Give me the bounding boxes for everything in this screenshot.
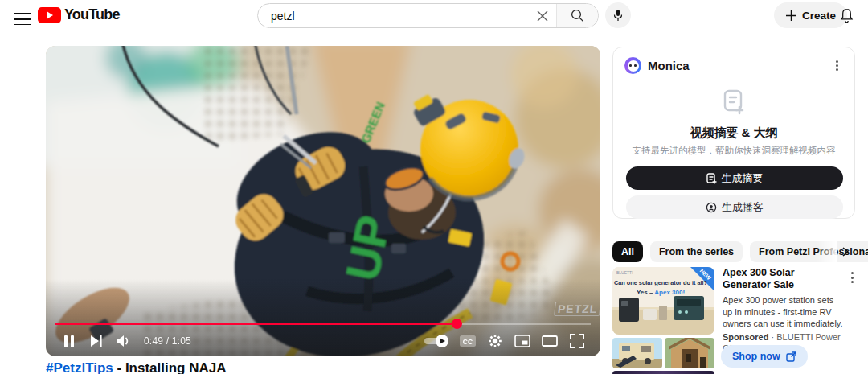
theater-button[interactable] xyxy=(536,329,563,353)
ad-thumbnail-cabin[interactable] xyxy=(665,338,714,368)
next-icon xyxy=(90,335,103,347)
progress-bar[interactable] xyxy=(55,323,591,325)
monica-menu-icon[interactable] xyxy=(829,58,845,74)
fullscreen-button[interactable] xyxy=(563,329,591,353)
ad-headline-prefix: Yes – xyxy=(637,289,654,296)
sponsored-label: Sponsored xyxy=(723,332,768,342)
progress-scrubber[interactable] xyxy=(452,319,462,329)
chip-all[interactable]: All xyxy=(612,241,643,262)
video-player[interactable]: GREEN UP xyxy=(46,46,600,356)
menu-icon[interactable] xyxy=(14,9,31,22)
monica-title: Monica xyxy=(648,59,690,72)
generate-summary-button[interactable]: 生成摘要 xyxy=(626,166,843,190)
summary-doc-icon xyxy=(722,89,746,115)
search-bar xyxy=(257,3,599,28)
monica-subtitle: 支持最先进的模型，帮助你快速洞察理解视频内容 xyxy=(621,145,846,157)
settings-button[interactable] xyxy=(481,329,509,353)
fullscreen-icon xyxy=(570,334,584,348)
shop-now-button[interactable]: Shop now xyxy=(721,345,808,368)
clear-search-icon[interactable] xyxy=(529,4,556,27)
youtube-logo[interactable]: YouTube xyxy=(38,6,120,23)
autoplay-toggle[interactable] xyxy=(419,329,454,353)
ad-menu-icon[interactable] xyxy=(844,269,860,286)
autoplay-icon xyxy=(423,334,450,348)
bell-icon xyxy=(838,7,855,24)
external-link-icon xyxy=(786,351,796,362)
gear-icon xyxy=(488,334,502,348)
ad-brand-watermark: BLUETTI xyxy=(616,270,633,275)
cc-icon: CC xyxy=(459,335,477,347)
volume-button[interactable] xyxy=(110,329,137,353)
pause-icon xyxy=(64,335,74,347)
youtube-play-icon xyxy=(38,7,61,23)
shop-now-label: Shop now xyxy=(732,351,780,362)
generate-podcast-label: 生成播客 xyxy=(722,200,764,215)
doc-icon xyxy=(706,173,717,184)
dot-separator: · xyxy=(772,332,775,342)
player-controls: 0:49 / 1:05 CC xyxy=(55,329,591,353)
search-button[interactable] xyxy=(556,4,598,27)
chevron-right-icon xyxy=(841,247,850,257)
subtitles-button[interactable]: CC xyxy=(454,329,481,353)
theater-icon xyxy=(542,335,558,347)
voice-search-button[interactable] xyxy=(605,2,631,28)
create-label: Create xyxy=(802,10,836,22)
video-title: #PetzlTips - Installing NAJA xyxy=(46,360,227,374)
miniplayer-icon xyxy=(514,335,530,347)
chips-next-button[interactable] xyxy=(837,244,854,260)
progress-played xyxy=(55,323,457,325)
ad-description: Apex 300 power station sets up in minute… xyxy=(723,294,845,330)
monica-heading: 视频摘要 & 大纲 xyxy=(613,125,854,141)
next-button[interactable] xyxy=(83,329,110,353)
notifications-button[interactable] xyxy=(836,5,857,26)
time-display: 0:49 / 1:05 xyxy=(144,335,191,347)
podcast-icon xyxy=(706,202,717,213)
ad-unit: NEW BLUETTI Can one solar generator do i… xyxy=(612,267,855,374)
filter-chips: All From the series From Petzl Professio… xyxy=(612,241,855,262)
top-bar: YouTube Create xyxy=(0,0,868,39)
monica-logo-icon xyxy=(624,57,641,74)
search-icon xyxy=(571,9,584,23)
plus-icon xyxy=(785,10,797,22)
ad-title[interactable]: Apex 300 Solar Generator Sale xyxy=(723,267,845,291)
youtube-wordmark: YouTube xyxy=(64,6,120,23)
ad-main-thumbnail[interactable]: NEW BLUETTI Can one solar generator do i… xyxy=(612,267,714,335)
ad-headline-highlight: Apex 300! xyxy=(654,289,685,296)
monica-panel: Monica 视频摘要 & 大纲 支持最先进的模型，帮助你快速洞察理解视频内容 … xyxy=(612,47,855,219)
chip-from-the-series[interactable]: From the series xyxy=(650,241,743,262)
ad-thumbnail-partial[interactable] xyxy=(612,371,714,374)
svg-text:Yes – Apex 300!: Yes – Apex 300! xyxy=(637,289,685,296)
miniplayer-button[interactable] xyxy=(509,329,536,353)
generate-summary-label: 生成摘要 xyxy=(722,171,764,186)
generate-podcast-button[interactable]: 生成播客 xyxy=(626,195,843,219)
mic-icon xyxy=(612,9,624,22)
pause-button[interactable] xyxy=(55,329,83,353)
video-title-text: - Installing NAJA xyxy=(113,360,227,374)
hashtag-link[interactable]: #PetzlTips xyxy=(46,360,113,374)
search-input[interactable] xyxy=(258,10,529,23)
volume-icon xyxy=(116,334,132,348)
svg-text:CC: CC xyxy=(463,338,473,346)
ad-thumbnail-rv[interactable] xyxy=(612,338,662,368)
ad-headline-1: Can one solar generator do it all? xyxy=(614,279,708,286)
